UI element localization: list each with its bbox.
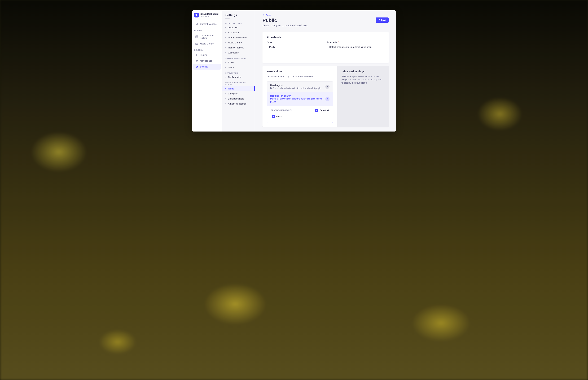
sub-up-providers[interactable]: Providers [222, 91, 255, 96]
cart-icon [195, 59, 198, 62]
sub-label: Transfer Tokens [228, 46, 244, 49]
chevron-up-icon[interactable] [325, 97, 330, 101]
page-header: Public Default role given to unauthentic… [262, 18, 389, 27]
nav-content-type-builder[interactable]: Content-Type Builder [193, 33, 221, 41]
accordion-reading-list: Reading-list Define all allowed actions … [267, 81, 333, 92]
role-details-card: Role details Name* Description* [262, 32, 389, 63]
svg-point-3 [196, 62, 196, 62]
permission-section-label: READING-LIST-SEARCH [271, 109, 293, 111]
nav-label: Plugins [200, 54, 207, 56]
sub-label: Roles [228, 87, 234, 90]
dot-icon [225, 37, 226, 38]
image-icon [195, 42, 198, 45]
title-divider [225, 18, 230, 19]
app-window: Strapi Dashboard Workplace Content Manag… [192, 10, 396, 132]
main-content: Back Public Default role given to unauth… [255, 10, 396, 132]
accordion-title: Reading-list [270, 84, 323, 87]
name-input[interactable] [267, 44, 324, 50]
svg-point-4 [197, 62, 197, 62]
sub-label: Configuration [228, 76, 241, 78]
sub-up-roles[interactable]: Roles [222, 86, 255, 91]
page-subtitle: Default role given to unauthenticated us… [262, 24, 308, 27]
nav-media-library[interactable]: Media Library [193, 41, 221, 47]
back-label: Back [266, 14, 271, 17]
nav-settings[interactable]: Settings [193, 64, 221, 70]
sub-label: Providers [228, 92, 237, 95]
save-button[interactable]: Save [376, 18, 389, 23]
advanced-title: Advanced settings [341, 70, 384, 73]
section-users-permissions: USERS & PERMISSIONS PLUGIN [222, 80, 255, 86]
sub-email-config[interactable]: Configuration [222, 75, 255, 80]
sub-media-library[interactable]: Media Library [222, 40, 255, 45]
chevron-down-icon[interactable] [325, 85, 330, 89]
sub-label: Users [228, 66, 234, 69]
sub-overview[interactable]: Overview [222, 25, 255, 30]
sub-api-tokens[interactable]: API Tokens [222, 30, 255, 35]
accordion-reading-list-search: Reading-list-search Define all allowed a… [267, 92, 333, 123]
nav-label: Content-Type Builder [200, 34, 219, 39]
dot-icon [225, 27, 226, 28]
dot-icon [225, 93, 226, 94]
description-label: Description* [327, 41, 384, 43]
nav-label: Content Manager [200, 23, 217, 25]
sub-up-email-templates[interactable]: Email templates [222, 96, 255, 101]
gear-icon [195, 65, 198, 68]
sub-label: API Tokens [228, 31, 239, 34]
name-label: Name* [267, 41, 324, 43]
pencil-square-icon [195, 23, 198, 25]
nav-content-manager[interactable]: Content Manager [193, 21, 221, 27]
nav-label: Settings [200, 65, 208, 68]
nav-section-general: GENERAL [192, 47, 222, 52]
section-admin-panel: ADMINISTRATION PANEL [222, 55, 255, 60]
permission-action-label: search [276, 115, 283, 118]
svg-point-2 [196, 43, 196, 44]
checkbox-checked-icon[interactable] [315, 109, 318, 112]
svg-rect-0 [196, 36, 198, 38]
sub-label: Roles [228, 61, 234, 64]
save-label: Save [381, 19, 386, 21]
description-input[interactable] [327, 44, 384, 59]
accordion-header[interactable]: Reading-list-search Define all allowed a… [267, 92, 333, 106]
sub-admin-roles[interactable]: Roles [222, 60, 255, 65]
accordion-title: Reading-list-search [270, 95, 323, 97]
nav-plugins[interactable]: Plugins [193, 52, 221, 58]
advanced-desc: Select the application's actions or the … [341, 75, 384, 85]
back-link[interactable]: Back [262, 14, 271, 17]
sub-up-advanced[interactable]: Advanced settings [222, 101, 255, 106]
sub-webhooks[interactable]: Webhooks [222, 50, 255, 55]
accordion-header[interactable]: Reading-list Define all allowed actions … [267, 81, 333, 92]
sub-transfer-tokens[interactable]: Transfer Tokens [222, 45, 255, 50]
page-title: Public [262, 18, 308, 23]
nav-label: Media Library [200, 42, 214, 45]
brand-title: Strapi Dashboard [200, 13, 218, 15]
accordion-sub: Define all allowed actions for the api::… [270, 87, 323, 90]
accordion-body: READING-LIST-SEARCH Select all [267, 106, 333, 123]
nav-section-plugins: PLUGINS [192, 27, 222, 33]
nav-label: Marketplace [200, 59, 212, 62]
select-all-toggle[interactable]: Select all [315, 109, 329, 112]
arrow-left-icon [262, 14, 265, 17]
brand-text: Strapi Dashboard Workplace [200, 13, 218, 18]
sub-label: Overview [228, 26, 237, 29]
sub-admin-users[interactable]: Users [222, 65, 255, 70]
accordion-group: Reading-list Define all allowed actions … [267, 81, 333, 123]
role-details-title: Role details [267, 36, 384, 39]
select-all-label: Select all [320, 109, 329, 112]
advanced-settings-panel: Advanced settings Select the application… [337, 66, 389, 127]
permissions-desc: Only actions bound by a route are listed… [267, 75, 333, 78]
sub-label: Webhooks [228, 51, 239, 54]
section-email-plugin: EMAIL PLUGIN [222, 70, 255, 75]
nav-marketplace[interactable]: Marketplace [193, 58, 221, 64]
brand-logo-icon [194, 13, 199, 18]
dot-icon [225, 62, 226, 63]
checkbox-checked-icon[interactable] [272, 115, 275, 118]
sub-label: Advanced settings [228, 102, 246, 105]
dot-icon [225, 32, 226, 33]
sub-label: Internationalization [228, 36, 247, 39]
section-global-settings: GLOBAL SETTINGS [222, 20, 255, 25]
permission-action-search[interactable]: search [271, 115, 283, 118]
sub-internationalization[interactable]: Internationalization [222, 35, 255, 40]
dot-icon [225, 52, 226, 53]
dot-icon [225, 77, 226, 77]
check-icon [378, 19, 380, 21]
